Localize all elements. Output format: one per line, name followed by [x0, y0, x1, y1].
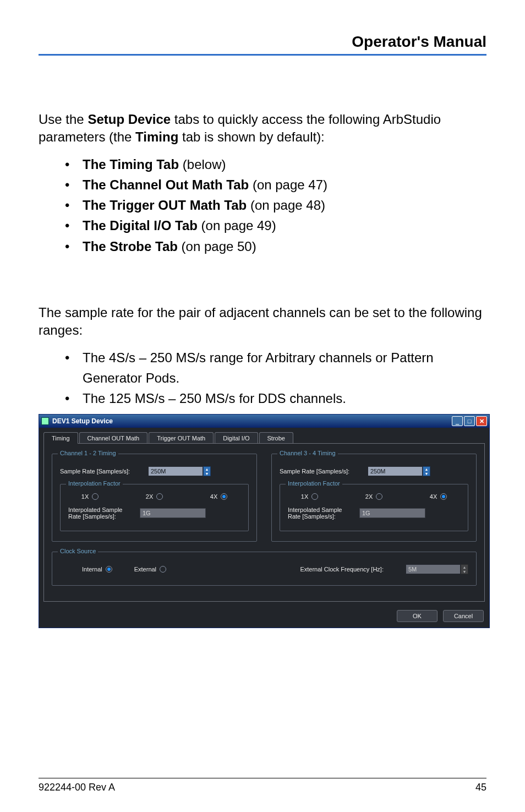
radio-label: Internal [82, 566, 102, 573]
ch12-interp-4x[interactable]: 4X [210, 493, 227, 500]
radio-icon [92, 493, 99, 500]
timing-panel: Channel 1 - 2 Timing Sample Rate [Sample… [43, 443, 485, 602]
ext-clock-spinner: ▲▼ [461, 564, 468, 574]
li-rest: (on page 48) [247, 198, 325, 212]
ch34-sr-spinner[interactable]: ▲▼ [423, 466, 430, 476]
ch12-sr-label: Sample Rate [Samples/s]: [60, 468, 143, 475]
spinner-up-icon[interactable]: ▲ [204, 467, 210, 471]
li-bold: The Digital I/O Tab [83, 218, 198, 233]
maximize-button[interactable]: □ [464, 416, 475, 426]
ch34-interp-2x[interactable]: 2X [365, 493, 382, 500]
ext-clock-input [406, 564, 461, 574]
clock-external[interactable]: External [134, 566, 166, 573]
tab-strobe[interactable]: Strobe [259, 432, 293, 444]
li-rest: (on page 49) [198, 218, 276, 233]
radio-label: 4X [430, 493, 437, 500]
radio-icon [106, 566, 112, 573]
tab-strip: Timing Channel OUT Math Trigger OUT Math… [43, 432, 485, 444]
intro-post: tab is shown by default): [178, 129, 324, 144]
clock-internal[interactable]: Internal [82, 566, 112, 573]
clock-source-group: Clock Source Internal External External … [52, 552, 477, 586]
ext-clock-input-wrap: ▲▼ [406, 564, 468, 574]
ch34-sr-input[interactable] [368, 466, 423, 476]
ch34-interp-legend: Interpolation Factor [286, 480, 342, 487]
ch34-interp-group: Interpolation Factor 1X 2X 4X Interpolat… [280, 484, 468, 531]
radio-label: 2X [365, 493, 373, 500]
ch34-isr-label: Interpolated Sample Rate [Samples/s]: [288, 506, 354, 520]
app-icon [41, 417, 49, 425]
ok-button[interactable]: OK [397, 610, 438, 622]
header-rule [39, 54, 486, 56]
li-bold: The Channel Out Math Tab [83, 177, 249, 192]
clock-source-legend: Clock Source [58, 548, 98, 554]
ch34-sr-input-wrap: ▲▼ [368, 466, 430, 476]
li-bold: The Trigger OUT Math Tab [83, 198, 247, 212]
tab-trigger-out-math[interactable]: Trigger OUT Math [149, 432, 214, 444]
list-item: The Channel Out Math Tab (on page 47) [39, 175, 486, 195]
radio-icon [160, 566, 166, 573]
ch12-interp-legend: Interpolation Factor [66, 480, 123, 487]
footer-left: 922244-00 Rev A [39, 782, 115, 793]
setup-device-dialog: DEV1 Setup Device ‗ □ ✕ Timing Channel O… [39, 414, 490, 628]
list-item: The Trigger OUT Math Tab (on page 48) [39, 195, 486, 215]
radio-label: 1X [81, 493, 89, 500]
ch34-legend: Channel 3 - 4 Timing [277, 450, 338, 456]
close-button[interactable]: ✕ [476, 416, 487, 426]
ch12-sr-input[interactable] [148, 466, 203, 476]
list-item: The Strobe Tab (on page 50) [39, 236, 486, 257]
page-footer: 922244-00 Rev A 45 [39, 778, 486, 793]
tab-digital-io[interactable]: Digital I/O [215, 432, 258, 444]
ch12-sr-input-wrap: ▲▼ [148, 466, 211, 476]
radio-icon [156, 493, 163, 500]
spinner-up-icon: ▲ [461, 565, 468, 569]
intro-pre: Use the [39, 112, 88, 127]
dialog-title: DEV1 Setup Device [52, 417, 452, 425]
radio-icon [221, 493, 227, 500]
tab-timing[interactable]: Timing [43, 432, 78, 444]
ch12-legend: Channel 1 - 2 Timing [58, 450, 118, 456]
ext-clock-label: External Clock Frequency [Hz]: [300, 566, 384, 573]
li-bold: The Strobe Tab [83, 239, 178, 254]
li-bold: The Timing Tab [83, 157, 179, 172]
page-header-title: Operator's Manual [39, 33, 486, 51]
radio-label: 1X [301, 493, 308, 500]
ch34-interp-1x[interactable]: 1X [301, 493, 318, 500]
radio-icon [376, 493, 382, 500]
ch12-interp-2x[interactable]: 2X [146, 493, 163, 500]
ch34-sr-label: Sample Rate [Samples/s]: [280, 468, 362, 475]
tab-channel-out-math[interactable]: Channel OUT Math [79, 432, 148, 444]
li-rest: (on page 50) [178, 239, 256, 254]
spinner-down-icon[interactable]: ▼ [423, 471, 430, 476]
li-rest: (below) [179, 157, 226, 172]
ch34-timing-group: Channel 3 - 4 Timing Sample Rate [Sample… [271, 454, 477, 542]
section2-intro: The sample rate for the pair of adjacent… [39, 304, 486, 340]
cancel-button[interactable]: Cancel [443, 610, 484, 622]
list-item: The 125 MS/s – 250 MS/s for DDS channels… [39, 388, 486, 408]
footer-page-number: 45 [475, 782, 486, 793]
list-item: The Digital I/O Tab (on page 49) [39, 215, 486, 236]
radio-icon [311, 493, 318, 500]
minimize-button[interactable]: ‗ [452, 416, 463, 426]
li-rest: (on page 47) [249, 177, 327, 192]
intro-bold-timing: Timing [135, 129, 178, 144]
ch34-isr-output [359, 508, 425, 518]
list-item: The 4S/s – 250 MS/s range for Arbitrary … [39, 347, 486, 388]
ch12-sr-spinner[interactable]: ▲▼ [203, 466, 211, 476]
dialog-button-bar: OK Cancel [39, 607, 489, 628]
ch34-interp-4x[interactable]: 4X [430, 493, 447, 500]
radio-label: 2X [146, 493, 153, 500]
ch12-isr-output [140, 508, 206, 518]
list-item: The Timing Tab (below) [39, 154, 486, 175]
ch12-interp-group: Interpolation Factor 1X 2X 4X Interpolat… [60, 484, 249, 531]
tabs-bullet-list: The Timing Tab (below) The Channel Out M… [39, 154, 486, 257]
spinner-down-icon[interactable]: ▼ [204, 471, 210, 476]
radio-icon [440, 493, 447, 500]
ranges-bullet-list: The 4S/s – 250 MS/s range for Arbitrary … [39, 347, 486, 409]
dialog-titlebar[interactable]: DEV1 Setup Device ‗ □ ✕ [39, 415, 489, 428]
ch12-interp-1x[interactable]: 1X [81, 493, 99, 500]
intro-bold-setup-device: Setup Device [88, 112, 171, 127]
spinner-up-icon[interactable]: ▲ [423, 467, 430, 471]
ch12-timing-group: Channel 1 - 2 Timing Sample Rate [Sample… [52, 454, 257, 542]
ch12-isr-label: Interpolated Sample Rate [Samples/s]: [68, 506, 134, 520]
radio-label: External [134, 566, 156, 573]
